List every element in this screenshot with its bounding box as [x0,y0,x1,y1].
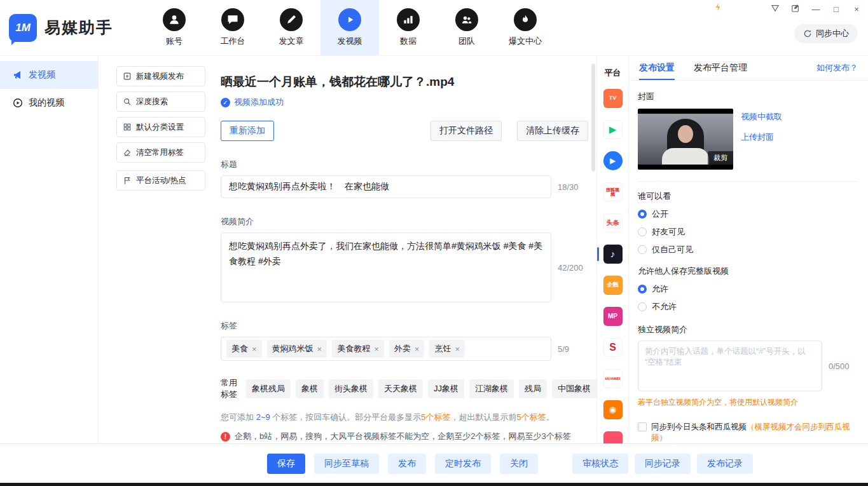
signal-icon[interactable] [770,4,780,14]
common-tags-row: 常用标签 象棋残局 象棋 街头象棋 天天象棋 JJ象棋 江湖象棋 [221,377,596,400]
crop-button[interactable]: 裁剪 [708,151,733,165]
tab-publish-settings[interactable]: 发布设置 [639,56,675,80]
video-description-textarea[interactable]: 想吃黄焖鸡别再点外卖了，我们在家也能做，方法很简单#黄焖鸡米饭 #美食 #美食教… [221,233,551,302]
platform-tile[interactable]: 企鹅 [603,276,623,295]
clear-upload-cache-button[interactable]: 清除上传缓存 [517,121,588,141]
cover-label: 封面 [638,91,858,102]
allow-save-option[interactable]: 不允许 [638,301,858,313]
platform-tile[interactable]: ▶ [603,151,623,170]
platform-tile[interactable] [603,431,623,443]
independent-desc-textarea[interactable] [638,341,822,391]
user-icon [163,8,186,31]
footer-record-actions: 审核状态 同步记录 发布记录 [572,454,753,474]
scrollbar[interactable] [591,64,595,172]
footer-record-button[interactable]: 同步记录 [635,454,691,474]
new-video-publish-button[interactable]: 新建视频发布 [116,66,205,86]
video-title-input[interactable] [221,175,551,198]
platform-tile[interactable]: HUAWEI [603,369,623,388]
close-button[interactable]: × [851,4,862,14]
remove-tag-icon[interactable]: × [415,344,420,354]
top-bar: 1M 易媒助手 账号 工作台 发文章 [0,0,868,56]
nav-item-workbench[interactable]: 工作台 [203,0,262,55]
nav-item-account[interactable]: 账号 [145,0,203,55]
footer-action-button[interactable]: 定时发布 [435,454,491,474]
clear-common-tags-button[interactable]: 清空常用标签 [116,142,205,163]
common-tag-chip[interactable]: 残局 [519,379,547,398]
description-counter: 42/200 [558,263,583,273]
upload-cover-link[interactable]: 上传封面 [741,132,782,143]
platform-tile[interactable]: ▶ [603,120,623,139]
radio-icon [638,285,647,294]
how-to-publish-link[interactable]: 如何发布？ [816,62,858,74]
megaphone-icon [13,70,23,80]
footer-action-button[interactable]: 发布 [388,454,426,474]
warning-icon: ! [221,432,230,442]
nav-item-data[interactable]: 数据 [379,0,437,55]
tags-hint: 您可添加 2~9 个标签，按回车确认。部分平台最多显示5个标签，超出默认显示前5… [221,412,596,423]
platform-tile[interactable]: ♪ [603,245,623,264]
common-tag-chip[interactable]: JJ象棋 [428,379,464,398]
publish-panel: 发布设置 发布平台管理 如何发布？ 封面 裁剪 视频中截取 上传封面 [628,56,868,443]
play-icon [338,8,361,31]
sidebar-item-publish-video[interactable]: 发视频 [0,61,98,89]
footer-record-button[interactable]: 发布记录 [697,454,753,474]
visibility-option[interactable]: 仅自己可见 [638,244,858,255]
nav-item-publish-article[interactable]: 发文章 [262,0,320,55]
remove-tag-icon[interactable]: × [455,344,460,354]
platform-tile[interactable]: ◉ [603,400,623,419]
common-tag-chip[interactable]: 中国象棋 [552,379,596,398]
maximize-button[interactable]: □ [831,4,841,14]
common-tag-chip[interactable]: 江湖象棋 [469,379,514,398]
common-tag-chip[interactable]: 象棋 [296,379,324,398]
platform-activity-button[interactable]: 平台活动/热点 [116,170,205,191]
allow-save-options: 允许 不允许 [638,283,858,313]
remove-tag-icon[interactable]: × [252,344,257,354]
open-file-path-button[interactable]: 打开文件路径 [431,121,502,141]
cover-thumbnail[interactable]: 裁剪 [638,109,733,170]
independent-desc-label: 独立视频简介 [638,324,858,335]
upload-status: ✓ 视频添加成功 [221,97,596,108]
new-document-icon [123,72,132,81]
minimize-button[interactable]: — [811,4,821,14]
footer-action-button[interactable]: 同步至草稿 [314,454,379,474]
video-file-title: 晒最近一个月账单，钱都花在哪儿了？.mp4 [221,74,596,90]
tags-input[interactable]: 美食 × 黄焖鸡米饭 × 美食教程 × [221,337,551,361]
platform-tile[interactable]: TV [603,89,623,108]
left-sidebar: 发视频 我的视频 [0,56,99,443]
app-window: 1M 易媒助手 账号 工作台 发文章 [0,0,868,486]
footer-action-button[interactable]: 保存 [267,454,305,474]
remove-tag-icon[interactable]: × [317,344,322,354]
visibility-option[interactable]: 公开 [638,208,858,220]
default-category-settings-button[interactable]: 默认分类设置 [116,117,205,137]
sidebar-item-my-videos[interactable]: 我的视频 [0,89,98,117]
platform-tile[interactable]: MP [603,307,623,326]
platform-tile[interactable]: 头条 [603,213,623,233]
app-logo-icon: 1M [9,14,37,42]
footer-action-button[interactable]: 关闭 [500,454,538,474]
platform-rail: 平台 TV ▶ ▶ 搜狐视频 头条 ♪ 企鹅 MP [596,56,628,443]
common-tag-chip[interactable]: 天天象棋 [378,379,423,398]
edit-window-icon[interactable] [790,4,801,15]
visibility-option[interactable]: 好友可见 [638,226,858,238]
tag-chip: 美食教程 × [332,340,384,358]
sync-toutiao-checkbox[interactable] [638,422,647,431]
sync-center-button[interactable]: 同步中心 [794,24,858,43]
cursor-spark-icon [714,3,723,14]
remove-tag-icon[interactable]: × [374,344,379,354]
deep-search-button[interactable]: 深度搜索 [116,91,205,112]
nav-item-publish-video[interactable]: 发视频 [320,0,379,55]
allow-save-option[interactable]: 允许 [638,283,858,295]
common-tag-chip[interactable]: 街头象棋 [329,379,373,398]
platform-tile[interactable]: 搜狐视频 [603,182,623,201]
capture-from-video-link[interactable]: 视频中截取 [741,111,782,123]
nav-item-team[interactable]: 团队 [437,0,496,55]
footer-record-button[interactable]: 审核状态 [572,454,628,474]
independent-desc-counter: 0/500 [829,361,850,371]
readd-video-button[interactable]: 重新添加 [221,121,274,141]
common-tag-chip[interactable]: 象棋残局 [246,379,291,398]
tab-platform-manage[interactable]: 发布平台管理 [694,56,747,80]
nav-item-hot-center[interactable]: 爆文中心 [496,0,555,55]
common-tags-label: 常用标签 [221,377,240,400]
platform-tile[interactable]: S [603,338,623,357]
tag-chip: 黄焖鸡米饭 × [267,340,327,358]
